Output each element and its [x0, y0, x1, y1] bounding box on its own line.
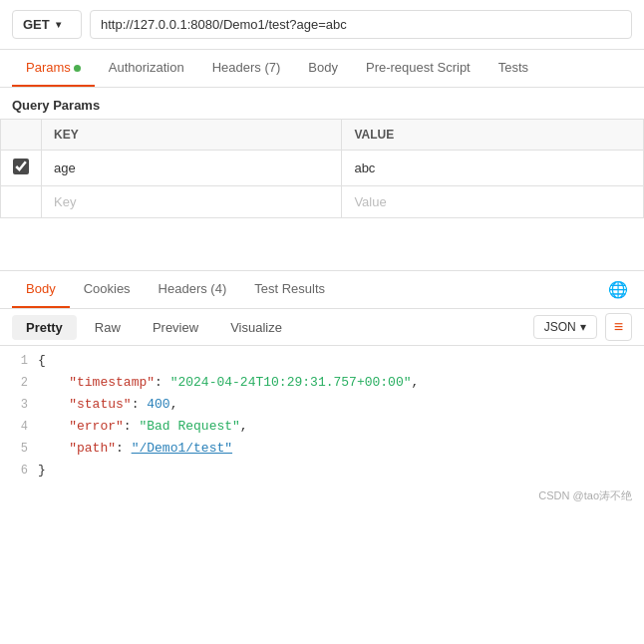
format-tab-pretty[interactable]: Pretty	[12, 315, 77, 340]
row-key-cell: age	[42, 151, 342, 186]
json-value: "2024-04-24T10:29:31.757+00:00"	[170, 375, 412, 390]
tab-headers[interactable]: Headers (7)	[198, 50, 295, 87]
query-params-title: Query Params	[0, 88, 644, 119]
code-line-3: 3 "status": 400,	[12, 394, 644, 416]
response-tab-cookies[interactable]: Cookies	[70, 271, 145, 308]
col-value-header: VALUE	[342, 120, 644, 151]
tab-body[interactable]: Body	[294, 50, 352, 87]
code-line-6: 6 }	[12, 460, 644, 482]
format-tab-preview[interactable]: Preview	[139, 315, 212, 340]
empty-key-cell[interactable]: Key	[42, 186, 342, 218]
line-content: "error": "Bad Request",	[38, 416, 248, 438]
code-line-1: 1 {	[12, 350, 644, 372]
url-input[interactable]	[90, 10, 632, 39]
tab-params[interactable]: Params	[12, 50, 95, 87]
row-key-value: age	[54, 161, 76, 175]
chevron-down-icon: ▾	[56, 19, 61, 30]
format-select[interactable]: JSON ▾	[533, 315, 597, 339]
json-value: "/Demo1/test"	[132, 441, 232, 456]
response-tools: 🌐	[604, 276, 632, 303]
json-value: 400	[147, 397, 169, 412]
line-number: 3	[12, 395, 28, 415]
json-value: "Bad Request"	[139, 419, 239, 434]
line-content: }	[38, 460, 46, 482]
spacer	[0, 218, 644, 250]
empty-value-cell[interactable]: Value	[342, 186, 644, 218]
format-tabs-row: Pretty Raw Preview Visualize JSON ▾ ≡	[0, 309, 644, 346]
method-label: GET	[23, 17, 50, 32]
params-dot	[74, 65, 81, 72]
line-number: 6	[12, 461, 28, 481]
table-row-empty: Key Value	[1, 186, 644, 218]
line-content: "timestamp": "2024-04-24T10:29:31.757+00…	[38, 372, 419, 394]
col-key-header: KEY	[42, 120, 342, 151]
line-number: 2	[12, 373, 28, 393]
table-row: age abc	[1, 151, 644, 186]
json-code-block: 1 { 2 "timestamp": "2024-04-24T10:29:31.…	[0, 346, 644, 486]
response-format-controls: JSON ▾ ≡	[533, 313, 632, 341]
method-select[interactable]: GET ▾	[12, 10, 82, 39]
line-number: 1	[12, 351, 28, 371]
response-tab-body[interactable]: Body	[12, 271, 70, 308]
tab-tests[interactable]: Tests	[484, 50, 542, 87]
response-tabs-bar: Body Cookies Headers (4) Test Results 🌐	[0, 271, 644, 309]
wrap-text-button[interactable]: ≡	[605, 313, 632, 341]
value-placeholder: Value	[354, 194, 386, 209]
format-tab-raw[interactable]: Raw	[81, 315, 135, 340]
url-bar: GET ▾	[0, 0, 644, 50]
response-tab-headers[interactable]: Headers (4)	[145, 271, 241, 308]
line-content: "status": 400,	[38, 394, 177, 416]
tab-pre-request[interactable]: Pre-request Script	[352, 50, 484, 87]
row-value-value: abc	[354, 161, 375, 175]
response-section: Body Cookies Headers (4) Test Results 🌐 …	[0, 270, 644, 505]
col-checkbox-header	[1, 120, 42, 151]
json-key: "path"	[69, 441, 116, 456]
request-tabs: Params Authorization Headers (7) Body Pr…	[0, 50, 644, 88]
line-content: "path": "/Demo1/test"	[38, 438, 232, 460]
watermark: CSDN @tao涛不绝	[0, 486, 644, 505]
code-line-2: 2 "timestamp": "2024-04-24T10:29:31.757+…	[12, 372, 644, 394]
json-key: "timestamp"	[69, 375, 155, 390]
chevron-down-icon: ▾	[580, 320, 586, 334]
key-placeholder: Key	[54, 194, 76, 209]
params-table: KEY VALUE age abc Key Value	[0, 119, 644, 218]
line-number: 4	[12, 417, 28, 437]
format-tab-visualize[interactable]: Visualize	[216, 315, 296, 340]
line-number: 5	[12, 439, 28, 459]
empty-checkbox-cell	[1, 186, 42, 218]
code-line-4: 4 "error": "Bad Request",	[12, 416, 644, 438]
row-value-cell: abc	[342, 151, 644, 186]
code-line-5: 5 "path": "/Demo1/test"	[12, 438, 644, 460]
json-key: "error"	[69, 419, 124, 434]
globe-icon: 🌐	[604, 276, 632, 303]
tab-authorization[interactable]: Authorization	[95, 50, 198, 87]
row-checkbox-cell	[1, 151, 42, 186]
line-content: {	[38, 350, 46, 372]
json-key: "status"	[69, 397, 131, 412]
response-tab-test-results[interactable]: Test Results	[240, 271, 339, 308]
row-checkbox[interactable]	[13, 159, 29, 174]
